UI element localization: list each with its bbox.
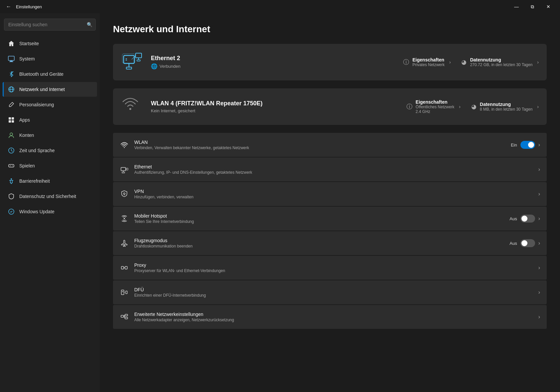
sidebar-item-system[interactable]: System	[3, 51, 97, 66]
chevron-right-icon: ›	[538, 191, 540, 197]
settings-item-wlan[interactable]: WLAN Verbinden, Verwalten bekannter Netz…	[113, 133, 547, 157]
chevron-right-icon: ›	[538, 240, 540, 246]
sidebar-item-konten[interactable]: Konten	[3, 128, 97, 143]
info-circle-icon: ⓘ	[406, 103, 412, 111]
sidebar-item-apps[interactable]: Apps	[3, 113, 97, 127]
svg-point-10	[10, 133, 13, 136]
flugzeug-toggle[interactable]	[520, 239, 535, 247]
ethernet2-eigenschaften[interactable]: ⓘ Eigenschaften Privates Netzwerk ›	[403, 57, 451, 67]
ethernet-title: Ethernet	[134, 164, 533, 169]
wifi-icon	[120, 140, 129, 149]
ethernet2-status-text: Verbunden	[160, 64, 180, 69]
svg-rect-14	[9, 164, 14, 167]
svg-rect-33	[121, 167, 126, 171]
hotspot-title: Mobiler Hotspot	[134, 213, 504, 219]
settings-item-dfue[interactable]: DFÜ Einrichten einer DFÜ-Internetverbind…	[113, 280, 547, 304]
svg-rect-8	[9, 120, 11, 123]
svg-rect-36	[126, 168, 128, 170]
settings-item-erweitert[interactable]: Erweiterte Netzwerkeinstellungen Alle Ne…	[113, 305, 547, 329]
main-content: Netzwerk und Internet	[100, 13, 560, 392]
wlan4-status-text: Kein Internet, gesichert	[151, 108, 195, 113]
sidebar-item-label: Windows Update	[19, 209, 55, 214]
system-icon	[8, 55, 15, 62]
sidebar-item-datenschutz[interactable]: Datenschutz und Sicherheit	[3, 189, 97, 204]
proxy-icon	[120, 263, 129, 272]
settings-item-proxy[interactable]: Proxy Proxyserver für WLAN- und Ethernet…	[113, 256, 547, 280]
vpn-sub: Hinzufügen, verbinden, verwalten	[134, 195, 533, 199]
proxy-title: Proxy	[134, 262, 533, 268]
svg-rect-51	[125, 314, 128, 316]
sidebar-item-personalisierung[interactable]: Personalisierung	[3, 97, 97, 112]
hotspot-toggle[interactable]	[520, 215, 535, 223]
sidebar-item-label: Startseite	[19, 41, 39, 46]
hotspot-icon	[120, 214, 129, 223]
sidebar-item-label: System	[19, 56, 35, 61]
sidebar-item-bluetooth[interactable]: Bluetooth und Geräte	[3, 67, 97, 81]
wlan-toggle-label: Ein	[511, 143, 517, 147]
flugzeug-toggle-label: Aus	[509, 241, 517, 246]
datennutzung-title: Datennutzung	[480, 102, 533, 107]
dfue-sub: Einrichten einer DFÜ-Internetverbindung	[134, 293, 533, 298]
settings-list: WLAN Verbinden, Verwalten bekannter Netz…	[113, 133, 547, 329]
eigenschaften-title: Eigenschaften	[412, 57, 445, 62]
sidebar-item-windowsupdate[interactable]: Windows Update	[3, 204, 97, 219]
ethernet2-icon	[121, 50, 144, 74]
sidebar-item-label: Personalisierung	[19, 102, 54, 107]
chevron-right-icon: ›	[538, 265, 540, 271]
datennutzung-title: Datennutzung	[470, 57, 532, 62]
sidebar-item-spielen[interactable]: Spielen	[3, 158, 97, 173]
settings-item-vpn[interactable]: VPN Hinzufügen, verbinden, verwalten ›	[113, 182, 547, 206]
wlan4-status: Kein Internet, gesichert	[151, 108, 400, 113]
svg-line-13	[11, 150, 13, 151]
sidebar-item-label: Bluetooth und Geräte	[19, 71, 63, 77]
wlan-cards: WLAN 4 (FRITZ!WLAN Repeater 1750E) Kein …	[113, 88, 547, 125]
wlan4-icon	[121, 95, 144, 118]
svg-rect-35	[122, 172, 125, 173]
sidebar-item-startseite[interactable]: Startseite	[3, 36, 97, 51]
svg-point-32	[124, 147, 125, 148]
wlan-toggle[interactable]	[520, 141, 535, 149]
wlan-sub: Verbinden, Verwalten bekannter Netzwerke…	[134, 146, 505, 150]
settings-window: ← Einstellungen — ⧉ ✕ 🔍 Startseite	[0, 0, 560, 392]
ethernet2-datennutzung[interactable]: ◕ Datennutzung 270.72 GB, in den letzten…	[461, 57, 539, 67]
back-button[interactable]: ←	[4, 2, 13, 11]
svg-point-17	[12, 165, 13, 166]
svg-rect-27	[136, 53, 142, 58]
wlan4-name: WLAN 4 (FRITZ!WLAN Repeater 1750E)	[151, 100, 400, 107]
sidebar-item-label: Barrierefreiheit	[19, 178, 50, 184]
close-button[interactable]: ✕	[541, 1, 556, 12]
sidebar-item-barrierefreiheit[interactable]: Barrierefreiheit	[3, 174, 97, 188]
bluetooth-icon	[8, 71, 15, 77]
wlan4-card: WLAN 4 (FRITZ!WLAN Repeater 1750E) Kein …	[113, 88, 547, 125]
windowsupdate-icon	[8, 208, 15, 215]
svg-rect-0	[8, 56, 14, 60]
wlan4-datennutzung[interactable]: ◕ Datennutzung 8 MB, in den letzten 30 T…	[471, 99, 539, 114]
settings-item-hotspot[interactable]: Mobiler Hotspot Teilen Sie Ihre Internet…	[113, 207, 547, 231]
chevron-right-icon: ›	[537, 59, 539, 65]
svg-point-40	[124, 218, 125, 219]
svg-rect-2	[9, 61, 13, 62]
maximize-button[interactable]: ⧉	[525, 1, 540, 12]
ethernet2-card: Ethernet 2 🌐 Verbunden ⓘ Eigenschaften P…	[113, 44, 547, 80]
chevron-right-icon: ›	[537, 104, 539, 109]
svg-rect-6	[9, 117, 11, 120]
time-icon	[8, 147, 15, 154]
search-input[interactable]	[4, 19, 96, 31]
svg-point-18	[11, 178, 12, 180]
toggle-knob	[521, 216, 527, 222]
page-title: Netzwerk und Internet	[113, 24, 547, 35]
svg-rect-7	[12, 117, 14, 120]
settings-item-flugzeug[interactable]: Flugzeugmodus Drahtloskommunikation been…	[113, 231, 547, 255]
home-icon	[8, 40, 15, 47]
erweitert-title: Erweiterte Netzwerkeinstellungen	[134, 312, 533, 317]
settings-item-ethernet[interactable]: Ethernet Authentifizierung, IP- und DNS-…	[113, 157, 547, 181]
sidebar: 🔍 Startseite S	[0, 13, 100, 392]
minimize-button[interactable]: —	[509, 1, 524, 12]
data-usage-icon: ◕	[471, 103, 477, 110]
window-controls: — ⧉ ✕	[509, 1, 556, 12]
proxy-sub: Proxyserver für WLAN- und Ethernet-Verbi…	[134, 268, 533, 273]
wlan4-eigenschaften[interactable]: ⓘ Eigenschaften Öffentliches Netzwerk2.4…	[406, 99, 461, 114]
chevron-right-icon: ›	[538, 289, 540, 295]
sidebar-item-netzwerk[interactable]: Netzwerk und Internet	[3, 82, 97, 97]
sidebar-item-zeit[interactable]: Zeit und Sprache	[3, 143, 97, 158]
